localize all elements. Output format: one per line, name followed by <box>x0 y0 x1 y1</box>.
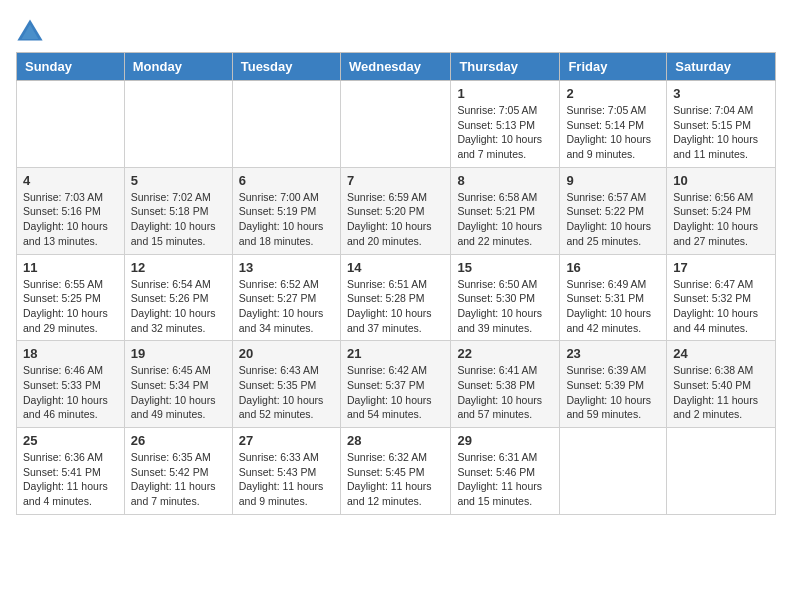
day-number: 23 <box>566 346 660 361</box>
day-info: Sunrise: 6:51 AM Sunset: 5:28 PM Dayligh… <box>347 277 444 336</box>
calendar-cell: 3Sunrise: 7:04 AM Sunset: 5:15 PM Daylig… <box>667 81 776 168</box>
calendar-header-sunday: Sunday <box>17 53 125 81</box>
calendar-cell: 17Sunrise: 6:47 AM Sunset: 5:32 PM Dayli… <box>667 254 776 341</box>
day-info: Sunrise: 6:39 AM Sunset: 5:39 PM Dayligh… <box>566 363 660 422</box>
calendar-cell <box>17 81 125 168</box>
day-number: 7 <box>347 173 444 188</box>
calendar-cell: 2Sunrise: 7:05 AM Sunset: 5:14 PM Daylig… <box>560 81 667 168</box>
day-number: 3 <box>673 86 769 101</box>
logo <box>16 16 48 44</box>
day-number: 12 <box>131 260 226 275</box>
day-number: 2 <box>566 86 660 101</box>
day-info: Sunrise: 6:49 AM Sunset: 5:31 PM Dayligh… <box>566 277 660 336</box>
day-number: 16 <box>566 260 660 275</box>
day-number: 18 <box>23 346 118 361</box>
calendar-header-monday: Monday <box>124 53 232 81</box>
day-number: 13 <box>239 260 334 275</box>
day-info: Sunrise: 6:58 AM Sunset: 5:21 PM Dayligh… <box>457 190 553 249</box>
calendar-table: SundayMondayTuesdayWednesdayThursdayFrid… <box>16 52 776 515</box>
calendar-cell: 24Sunrise: 6:38 AM Sunset: 5:40 PM Dayli… <box>667 341 776 428</box>
day-info: Sunrise: 7:02 AM Sunset: 5:18 PM Dayligh… <box>131 190 226 249</box>
day-info: Sunrise: 6:42 AM Sunset: 5:37 PM Dayligh… <box>347 363 444 422</box>
calendar-cell <box>560 428 667 515</box>
day-info: Sunrise: 6:50 AM Sunset: 5:30 PM Dayligh… <box>457 277 553 336</box>
day-number: 15 <box>457 260 553 275</box>
calendar-cell: 25Sunrise: 6:36 AM Sunset: 5:41 PM Dayli… <box>17 428 125 515</box>
day-info: Sunrise: 6:46 AM Sunset: 5:33 PM Dayligh… <box>23 363 118 422</box>
day-number: 21 <box>347 346 444 361</box>
day-number: 6 <box>239 173 334 188</box>
calendar-cell: 13Sunrise: 6:52 AM Sunset: 5:27 PM Dayli… <box>232 254 340 341</box>
day-number: 26 <box>131 433 226 448</box>
day-number: 19 <box>131 346 226 361</box>
day-info: Sunrise: 7:05 AM Sunset: 5:14 PM Dayligh… <box>566 103 660 162</box>
day-info: Sunrise: 6:32 AM Sunset: 5:45 PM Dayligh… <box>347 450 444 509</box>
day-info: Sunrise: 6:57 AM Sunset: 5:22 PM Dayligh… <box>566 190 660 249</box>
calendar-header-saturday: Saturday <box>667 53 776 81</box>
calendar-cell: 18Sunrise: 6:46 AM Sunset: 5:33 PM Dayli… <box>17 341 125 428</box>
logo-icon <box>16 16 44 44</box>
calendar-cell: 11Sunrise: 6:55 AM Sunset: 5:25 PM Dayli… <box>17 254 125 341</box>
day-number: 20 <box>239 346 334 361</box>
calendar-cell: 12Sunrise: 6:54 AM Sunset: 5:26 PM Dayli… <box>124 254 232 341</box>
calendar-cell: 1Sunrise: 7:05 AM Sunset: 5:13 PM Daylig… <box>451 81 560 168</box>
calendar-header-row: SundayMondayTuesdayWednesdayThursdayFrid… <box>17 53 776 81</box>
day-info: Sunrise: 7:03 AM Sunset: 5:16 PM Dayligh… <box>23 190 118 249</box>
calendar-cell: 26Sunrise: 6:35 AM Sunset: 5:42 PM Dayli… <box>124 428 232 515</box>
day-info: Sunrise: 6:52 AM Sunset: 5:27 PM Dayligh… <box>239 277 334 336</box>
day-number: 28 <box>347 433 444 448</box>
day-number: 10 <box>673 173 769 188</box>
calendar-cell: 8Sunrise: 6:58 AM Sunset: 5:21 PM Daylig… <box>451 167 560 254</box>
calendar-week-3: 11Sunrise: 6:55 AM Sunset: 5:25 PM Dayli… <box>17 254 776 341</box>
calendar-cell: 27Sunrise: 6:33 AM Sunset: 5:43 PM Dayli… <box>232 428 340 515</box>
day-info: Sunrise: 6:47 AM Sunset: 5:32 PM Dayligh… <box>673 277 769 336</box>
calendar-cell: 9Sunrise: 6:57 AM Sunset: 5:22 PM Daylig… <box>560 167 667 254</box>
calendar-cell: 7Sunrise: 6:59 AM Sunset: 5:20 PM Daylig… <box>340 167 450 254</box>
calendar-week-1: 1Sunrise: 7:05 AM Sunset: 5:13 PM Daylig… <box>17 81 776 168</box>
day-info: Sunrise: 7:00 AM Sunset: 5:19 PM Dayligh… <box>239 190 334 249</box>
day-info: Sunrise: 6:38 AM Sunset: 5:40 PM Dayligh… <box>673 363 769 422</box>
calendar-cell <box>232 81 340 168</box>
calendar-week-5: 25Sunrise: 6:36 AM Sunset: 5:41 PM Dayli… <box>17 428 776 515</box>
day-info: Sunrise: 6:54 AM Sunset: 5:26 PM Dayligh… <box>131 277 226 336</box>
day-number: 4 <box>23 173 118 188</box>
day-number: 22 <box>457 346 553 361</box>
day-info: Sunrise: 6:55 AM Sunset: 5:25 PM Dayligh… <box>23 277 118 336</box>
day-number: 29 <box>457 433 553 448</box>
day-info: Sunrise: 6:45 AM Sunset: 5:34 PM Dayligh… <box>131 363 226 422</box>
calendar-cell: 29Sunrise: 6:31 AM Sunset: 5:46 PM Dayli… <box>451 428 560 515</box>
day-number: 24 <box>673 346 769 361</box>
day-info: Sunrise: 6:43 AM Sunset: 5:35 PM Dayligh… <box>239 363 334 422</box>
calendar-cell: 5Sunrise: 7:02 AM Sunset: 5:18 PM Daylig… <box>124 167 232 254</box>
calendar-header-thursday: Thursday <box>451 53 560 81</box>
calendar-header-wednesday: Wednesday <box>340 53 450 81</box>
day-number: 9 <box>566 173 660 188</box>
calendar-cell <box>667 428 776 515</box>
day-info: Sunrise: 6:35 AM Sunset: 5:42 PM Dayligh… <box>131 450 226 509</box>
calendar-cell <box>340 81 450 168</box>
day-info: Sunrise: 7:05 AM Sunset: 5:13 PM Dayligh… <box>457 103 553 162</box>
calendar-cell: 19Sunrise: 6:45 AM Sunset: 5:34 PM Dayli… <box>124 341 232 428</box>
day-info: Sunrise: 6:33 AM Sunset: 5:43 PM Dayligh… <box>239 450 334 509</box>
calendar-header-tuesday: Tuesday <box>232 53 340 81</box>
page-header <box>16 16 776 44</box>
day-number: 1 <box>457 86 553 101</box>
day-info: Sunrise: 6:59 AM Sunset: 5:20 PM Dayligh… <box>347 190 444 249</box>
day-info: Sunrise: 6:56 AM Sunset: 5:24 PM Dayligh… <box>673 190 769 249</box>
calendar-cell: 20Sunrise: 6:43 AM Sunset: 5:35 PM Dayli… <box>232 341 340 428</box>
calendar-cell: 10Sunrise: 6:56 AM Sunset: 5:24 PM Dayli… <box>667 167 776 254</box>
calendar-cell: 6Sunrise: 7:00 AM Sunset: 5:19 PM Daylig… <box>232 167 340 254</box>
calendar-cell: 16Sunrise: 6:49 AM Sunset: 5:31 PM Dayli… <box>560 254 667 341</box>
day-number: 27 <box>239 433 334 448</box>
day-info: Sunrise: 7:04 AM Sunset: 5:15 PM Dayligh… <box>673 103 769 162</box>
calendar-cell: 22Sunrise: 6:41 AM Sunset: 5:38 PM Dayli… <box>451 341 560 428</box>
calendar-cell: 23Sunrise: 6:39 AM Sunset: 5:39 PM Dayli… <box>560 341 667 428</box>
day-info: Sunrise: 6:31 AM Sunset: 5:46 PM Dayligh… <box>457 450 553 509</box>
calendar-cell <box>124 81 232 168</box>
day-number: 25 <box>23 433 118 448</box>
day-number: 14 <box>347 260 444 275</box>
calendar-cell: 15Sunrise: 6:50 AM Sunset: 5:30 PM Dayli… <box>451 254 560 341</box>
day-info: Sunrise: 6:36 AM Sunset: 5:41 PM Dayligh… <box>23 450 118 509</box>
calendar-cell: 4Sunrise: 7:03 AM Sunset: 5:16 PM Daylig… <box>17 167 125 254</box>
calendar-week-2: 4Sunrise: 7:03 AM Sunset: 5:16 PM Daylig… <box>17 167 776 254</box>
